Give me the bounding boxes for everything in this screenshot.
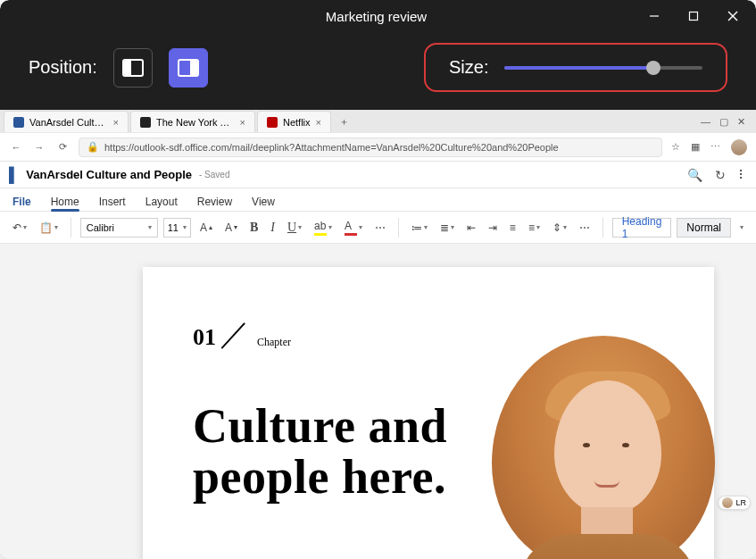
- bullets-button[interactable]: ≔▾: [408, 219, 431, 237]
- undo-button[interactable]: ↶▾: [9, 219, 30, 237]
- more-header-icon[interactable]: ⠇: [738, 168, 747, 182]
- paste-button[interactable]: 📋▾: [36, 219, 62, 237]
- position-right-button[interactable]: [169, 48, 208, 88]
- document-canvas[interactable]: LR 01 ／ Chapter Culture and people here.: [0, 244, 756, 559]
- profile-avatar[interactable]: [731, 139, 747, 155]
- address-bar: ← → ⟳ 🔒 https://outlook-sdf.office.com/m…: [0, 133, 756, 162]
- word-favicon-icon: [13, 117, 24, 128]
- overlay-controls: Position: Size:: [0, 32, 756, 110]
- browser-tab[interactable]: Netflix ×: [257, 111, 331, 132]
- browser-tab-strip: VanArsdel Culture and peo… × The New Yor…: [0, 110, 756, 133]
- netflix-favicon-icon: [267, 117, 278, 128]
- tab-view[interactable]: View: [252, 196, 275, 211]
- document-title[interactable]: VanArsdel Culture and People: [26, 168, 192, 181]
- font-size-select[interactable]: 11▾: [163, 218, 191, 238]
- more-paragraph-button[interactable]: ⋯: [576, 219, 594, 237]
- divider: [398, 218, 399, 238]
- decrease-indent-button[interactable]: ⇤: [463, 219, 479, 237]
- style-normal[interactable]: Normal: [677, 218, 731, 238]
- size-control-highlight: Size:: [424, 43, 727, 92]
- font-name-select[interactable]: Calibri▾: [80, 218, 158, 238]
- window-title: Marketing review: [118, 9, 635, 24]
- window-controls: [635, 0, 756, 32]
- search-icon[interactable]: 🔍: [687, 168, 702, 182]
- divider: [71, 218, 71, 238]
- tab-review[interactable]: Review: [197, 196, 232, 211]
- favorite-icon[interactable]: ☆: [671, 141, 680, 153]
- size-label: Size:: [449, 57, 488, 78]
- tab-close-icon[interactable]: ×: [113, 117, 119, 128]
- position-left-button[interactable]: [113, 48, 153, 88]
- numbering-button[interactable]: ≣▾: [436, 219, 458, 237]
- chapter-number: 01: [193, 324, 216, 351]
- url-text: https://outlook-sdf.office.com/mail/deep…: [104, 142, 559, 153]
- nyt-favicon-icon: [140, 117, 151, 128]
- browser-tab[interactable]: VanArsdel Culture and peo… ×: [4, 111, 129, 132]
- bold-button[interactable]: B: [246, 218, 262, 238]
- line-spacing-button[interactable]: ⇕▾: [549, 219, 570, 237]
- svg-rect-1: [690, 13, 698, 21]
- window-titlebar: Marketing review: [0, 0, 756, 32]
- minimize-button[interactable]: [635, 0, 674, 32]
- slider-fill: [504, 66, 652, 70]
- collections-icon[interactable]: ▦: [691, 141, 700, 153]
- lock-icon: 🔒: [87, 141, 99, 153]
- tab-close-icon[interactable]: ×: [240, 117, 245, 128]
- tab-label: VanArsdel Culture and peo…: [29, 117, 108, 128]
- slider-thumb[interactable]: [646, 61, 660, 75]
- refresh-button[interactable]: ⟳: [55, 141, 70, 153]
- underline-button[interactable]: U▾: [284, 218, 305, 238]
- tab-label: Netflix: [283, 117, 311, 128]
- overlay-header: Marketing review Position:: [0, 0, 756, 110]
- save-status: - Saved: [199, 170, 229, 179]
- app-window: Marketing review Position:: [0, 0, 756, 559]
- divider: [602, 218, 603, 238]
- browser-window-controls: — ▢ ✕: [701, 116, 752, 128]
- browser-tab[interactable]: The New York Times ×: [130, 111, 255, 132]
- maximize-button[interactable]: [674, 0, 713, 32]
- tab-label: The New York Times: [156, 117, 235, 128]
- back-button[interactable]: ←: [9, 142, 23, 153]
- chapter-label: Chapter: [257, 336, 291, 349]
- history-icon[interactable]: ↻: [715, 168, 726, 182]
- font-size-value: 11: [168, 222, 179, 233]
- browser-minimize-icon[interactable]: —: [701, 116, 710, 128]
- grow-font-button[interactable]: A▴: [196, 219, 216, 237]
- font-color-button[interactable]: A▾: [341, 217, 366, 238]
- align-left-button[interactable]: ≡: [506, 219, 519, 237]
- size-slider[interactable]: [504, 66, 702, 70]
- italic-button[interactable]: I: [267, 218, 278, 238]
- person-image: [456, 309, 751, 559]
- more-icon[interactable]: ⋯: [710, 141, 720, 153]
- panel-right-icon: [178, 59, 199, 77]
- url-input[interactable]: 🔒 https://outlook-sdf.office.com/mail/de…: [79, 138, 662, 157]
- tab-layout[interactable]: Layout: [145, 196, 178, 211]
- browser-maximize-icon[interactable]: ▢: [719, 116, 728, 128]
- position-label: Position:: [29, 57, 97, 78]
- browser-close-icon[interactable]: ✕: [737, 116, 745, 128]
- shrink-font-button[interactable]: A▾: [221, 219, 241, 237]
- tab-insert[interactable]: Insert: [99, 196, 126, 211]
- tab-home[interactable]: Home: [51, 196, 79, 211]
- more-font-button[interactable]: ⋯: [371, 219, 389, 237]
- ribbon-toolbar: ↶▾ 📋▾ Calibri▾ 11▾ A▴ A▾ B I U▾ ab▾ A▾ ⋯…: [0, 212, 756, 244]
- panel-left-icon: [122, 59, 144, 77]
- align-center-button[interactable]: ≡▾: [525, 219, 544, 237]
- increase-indent-button[interactable]: ⇥: [485, 219, 501, 237]
- tab-file[interactable]: File: [12, 196, 31, 211]
- word-app-icon: ▌: [9, 167, 19, 183]
- styles-dropdown[interactable]: ▾: [736, 221, 747, 234]
- address-bar-actions: ☆ ▦ ⋯: [671, 139, 747, 155]
- new-tab-button[interactable]: ＋: [333, 115, 354, 129]
- ribbon-tabs: File Home Insert Layout Review View: [0, 188, 756, 212]
- close-button[interactable]: [713, 0, 752, 32]
- document-header: ▌ VanArsdel Culture and People - Saved 🔍…: [0, 162, 756, 188]
- tab-close-icon[interactable]: ×: [316, 117, 321, 128]
- chapter-slash-icon: ／: [220, 313, 250, 355]
- forward-button[interactable]: →: [32, 142, 46, 153]
- highlight-button[interactable]: ab▾: [311, 217, 336, 238]
- style-heading1[interactable]: Heading 1: [612, 218, 672, 238]
- font-name-value: Calibri: [87, 222, 114, 233]
